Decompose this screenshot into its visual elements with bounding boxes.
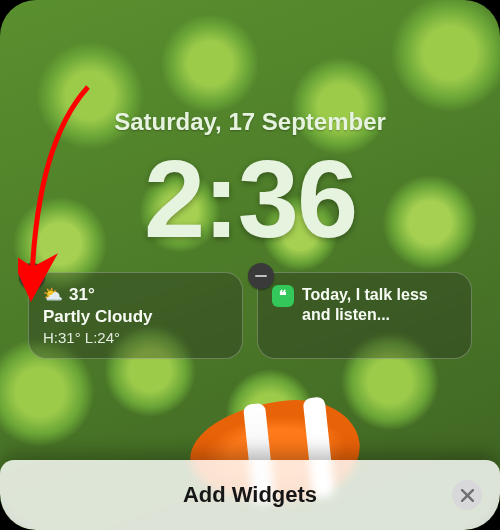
quote-text: Today, I talk less and listen... bbox=[302, 285, 457, 325]
lock-screen-editor: Saturday, 17 September 2:36 ⛅ 31° Partly… bbox=[0, 0, 500, 530]
minus-icon bbox=[255, 275, 267, 278]
add-widgets-sheet[interactable]: Add Widgets bbox=[0, 460, 500, 530]
lockscreen-date[interactable]: Saturday, 17 September bbox=[0, 0, 500, 136]
sheet-title: Add Widgets bbox=[183, 482, 317, 508]
weather-hi-lo: H:31° L:24° bbox=[43, 329, 228, 346]
quote-widget[interactable]: ❝ Today, I talk less and listen... bbox=[257, 272, 472, 359]
minus-icon bbox=[26, 275, 38, 278]
sun-cloud-icon: ⛅ bbox=[43, 287, 63, 303]
close-sheet-button[interactable] bbox=[452, 480, 482, 510]
quote-app-icon: ❝ bbox=[272, 285, 294, 307]
weather-widget[interactable]: ⛅ 31° Partly Cloudy H:31° L:24° bbox=[28, 272, 243, 359]
close-icon bbox=[461, 489, 474, 502]
widget-row: ⛅ 31° Partly Cloudy H:31° L:24° ❝ Today,… bbox=[0, 272, 500, 359]
lockscreen-clock[interactable]: 2:36 bbox=[0, 144, 500, 254]
remove-widget-button[interactable] bbox=[19, 263, 45, 289]
remove-widget-button[interactable] bbox=[248, 263, 274, 289]
weather-condition: Partly Cloudy bbox=[43, 307, 228, 327]
weather-temp: 31° bbox=[69, 285, 95, 305]
